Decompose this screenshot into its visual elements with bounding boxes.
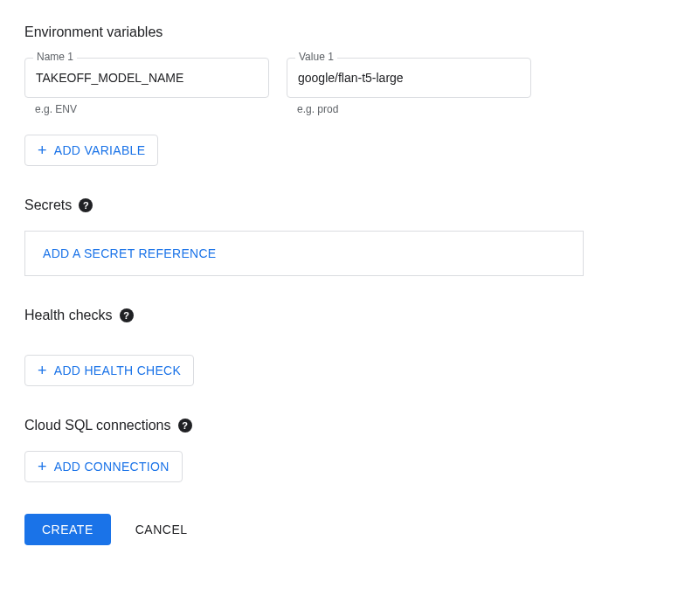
health-checks-title: Health checks — [24, 308, 113, 323]
create-button[interactable]: CREATE — [24, 514, 111, 545]
help-icon[interactable]: ? — [79, 198, 93, 212]
add-connection-button[interactable]: + ADD CONNECTION — [24, 451, 183, 482]
env-var-value-label: Value 1 — [295, 52, 337, 62]
cancel-button[interactable]: CANCEL — [135, 523, 188, 536]
secrets-section: Secrets ? ADD A SECRET REFERENCE — [24, 197, 654, 276]
env-var-row: Name 1 e.g. ENV Value 1 e.g. prod — [24, 58, 654, 115]
env-var-name-label: Name 1 — [33, 52, 77, 62]
plus-icon: + — [38, 363, 47, 378]
help-icon[interactable]: ? — [120, 308, 134, 322]
help-icon[interactable]: ? — [178, 419, 192, 433]
env-var-name-field: Name 1 e.g. ENV — [24, 58, 269, 115]
add-health-check-label: ADD HEALTH CHECK — [54, 363, 181, 377]
secrets-title-row: Secrets ? — [24, 197, 654, 213]
health-title-row: Health checks ? — [24, 308, 654, 323]
env-var-name-hint: e.g. ENV — [24, 103, 269, 115]
env-var-value-input[interactable] — [287, 58, 531, 98]
add-secret-button[interactable]: ADD A SECRET REFERENCE — [43, 246, 217, 260]
env-var-value-field: Value 1 e.g. prod — [287, 58, 531, 115]
plus-icon: + — [38, 459, 47, 474]
secrets-box: ADD A SECRET REFERENCE — [24, 231, 584, 276]
env-vars-title: Environment variables — [24, 24, 654, 40]
sql-title-row: Cloud SQL connections ? — [24, 418, 654, 433]
add-connection-label: ADD CONNECTION — [54, 460, 170, 474]
add-variable-label: ADD VARIABLE — [54, 143, 146, 157]
env-var-name-input[interactable] — [24, 58, 269, 98]
add-health-check-button[interactable]: + ADD HEALTH CHECK — [24, 355, 194, 386]
cloud-sql-title: Cloud SQL connections — [24, 418, 171, 433]
add-variable-button[interactable]: + ADD VARIABLE — [24, 135, 158, 166]
plus-icon: + — [38, 142, 47, 158]
health-checks-section: Health checks ? + ADD HEALTH CHECK — [24, 308, 654, 386]
secrets-title: Secrets — [24, 197, 72, 213]
env-var-value-hint: e.g. prod — [287, 103, 531, 115]
footer-actions: CREATE CANCEL — [24, 514, 654, 545]
env-vars-section: Environment variables Name 1 e.g. ENV Va… — [24, 24, 654, 166]
cloud-sql-section: Cloud SQL connections ? + ADD CONNECTION — [24, 418, 654, 482]
